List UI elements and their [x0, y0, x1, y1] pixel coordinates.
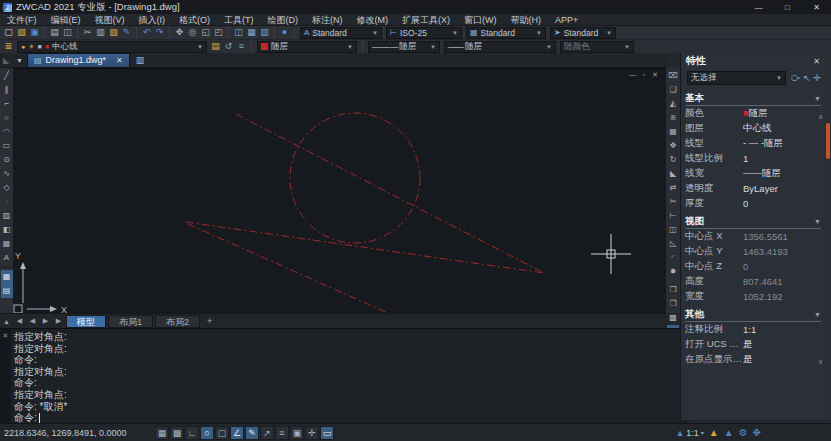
new-tab-icon[interactable]: ▥ [136, 55, 145, 65]
minimize-button[interactable]: — [744, 0, 773, 14]
chevron-down-icon[interactable]: ▼ [543, 44, 552, 50]
menu-item[interactable]: 窗口(W) [457, 14, 504, 26]
property-row[interactable]: 高度 807.4641 [685, 274, 821, 289]
array-icon[interactable]: ▦ [667, 125, 679, 139]
lineweight-toggle[interactable]: ↗ [260, 426, 274, 440]
erase-icon[interactable]: ⌧ [667, 69, 679, 83]
viewports-icon[interactable]: ◫ [232, 27, 245, 39]
dyn-input-toggle[interactable]: ✎ [245, 426, 259, 440]
scroll-down-icon[interactable]: ∨ [818, 358, 823, 366]
cut-icon[interactable]: ✂ [81, 27, 94, 39]
hatch-icon[interactable]: ▨ [1, 209, 13, 223]
selection-cycling-toggle[interactable]: ▣ [290, 426, 304, 440]
menu-item[interactable]: 插入(I) [132, 14, 173, 26]
property-row[interactable]: 中心点 Z 0 [685, 259, 821, 274]
close-button[interactable]: ✕ [802, 0, 831, 14]
property-row[interactable]: 在原点显示… 是 [685, 352, 821, 367]
menu-item[interactable]: 扩展工具(X) [395, 14, 457, 26]
polyline-icon[interactable]: ⌐ [1, 97, 13, 111]
property-value[interactable]: - — -随层 [743, 137, 783, 150]
fullscreen-icon[interactable]: ✥ [753, 427, 761, 438]
last-tab-icon[interactable]: ▶ [52, 317, 65, 325]
pickadd-toggle-icon[interactable]: ✛ [813, 73, 821, 83]
point-icon[interactable]: ∙ [1, 195, 13, 209]
table-style-dropdown[interactable]: ▦ Standard ▼ [466, 27, 546, 39]
property-value[interactable]: 中心线 [743, 122, 772, 135]
prev-tab-icon[interactable]: ◀ [26, 317, 39, 325]
sheet-set-icon[interactable]: ▥ [258, 27, 271, 39]
chevron-down-icon[interactable]: ▼ [344, 44, 353, 50]
add-layout-icon[interactable]: + [201, 316, 218, 326]
section-header[interactable]: 基本 ▼ [685, 91, 821, 106]
property-value[interactable]: 是 [743, 353, 753, 366]
break-icon[interactable]: ◫ [667, 223, 679, 237]
mirror-icon[interactable]: ◭ [667, 97, 679, 111]
clean-screen-toggle[interactable]: ▭ [320, 426, 334, 440]
property-row[interactable]: 中心点 Y 1463.4193 [685, 244, 821, 259]
scrollbar-thumb[interactable] [826, 123, 830, 159]
zoom-previous-icon[interactable]: ◰ [212, 27, 225, 39]
menu-item[interactable]: 修改(M) [350, 14, 396, 26]
layout-tab[interactable]: 模型 [66, 315, 106, 328]
layer-lock-icon[interactable]: ■ [38, 43, 42, 50]
chevron-down-icon[interactable]: ▼ [427, 44, 436, 50]
chevron-down-icon[interactable]: ▼ [533, 30, 542, 36]
grid-toggle[interactable]: ▦ [155, 426, 169, 440]
trim-icon[interactable]: ✂ [667, 195, 679, 209]
model-space-up-icon[interactable]: ▲ [0, 318, 13, 325]
collapse-icon[interactable]: ▼ [814, 218, 821, 225]
chevron-down-icon[interactable]: ▼ [194, 44, 203, 50]
tab-list-arrow-icon[interactable]: ▼ [12, 57, 27, 64]
arc-icon[interactable]: ◠ [1, 125, 13, 139]
layer-states-icon[interactable]: ≡ [235, 41, 248, 53]
ortho-toggle[interactable]: ∟ [185, 426, 199, 440]
paste-icon[interactable]: ▧ [107, 27, 120, 39]
property-value[interactable]: 1463.4193 [743, 246, 788, 257]
chevron-down-icon[interactable]: ▼ [369, 30, 378, 36]
table-icon[interactable]: ▦ [1, 237, 13, 251]
group-icon[interactable]: ❒ [667, 283, 679, 297]
layer-dropdown[interactable]: ●☀■■ 中心线 ▼ [17, 41, 207, 53]
section-header[interactable]: 其他 ▼ [685, 307, 821, 322]
layer-color-icon[interactable]: ■ [45, 43, 49, 50]
make-object-layer-current-icon[interactable]: ▤ [209, 41, 222, 53]
menu-item[interactable]: 标注(N) [305, 14, 350, 26]
chevron-down-icon[interactable]: ▾ [701, 429, 704, 436]
linetype-dropdown[interactable]: — — — 随层 ▼ [368, 41, 440, 53]
entity-line-3[interactable] [188, 224, 390, 314]
text-icon[interactable]: A [1, 251, 13, 265]
property-value[interactable]: 1 [743, 153, 748, 164]
plot-icon[interactable]: ▤ [48, 27, 61, 39]
chevron-down-icon[interactable]: ▼ [773, 75, 782, 81]
command-window[interactable]: ✕ 指定对角点:指定对角点:命令:指定对角点:命令:指定对角点:命令: *取消*… [0, 328, 690, 423]
section-header[interactable]: 视图 ▼ [685, 214, 821, 229]
property-row[interactable]: 线型 - — -随层 [685, 136, 821, 151]
layout-tab[interactable]: 布局1 [108, 315, 153, 328]
first-tab-icon[interactable]: ◀ [13, 317, 26, 325]
document-tab[interactable]: ▤ Drawing1.dwg* ✕ [27, 53, 130, 68]
copy-clip-icon[interactable]: ▥ [94, 27, 107, 39]
property-value[interactable]: 是 [743, 338, 753, 351]
osnap-toggle[interactable]: ○ [200, 426, 214, 440]
polygon-icon[interactable]: ◇ [1, 181, 13, 195]
property-value[interactable]: 0 [743, 261, 748, 272]
auto-annotate-icon[interactable]: ▲ [724, 427, 734, 438]
property-row[interactable]: 注释比例 1:1 [685, 322, 821, 337]
entity-line-2[interactable] [186, 222, 544, 273]
snap-panel-icon[interactable]: ▤ [1, 284, 13, 298]
mdi-close-icon[interactable]: ✕ [652, 71, 658, 79]
drawing-canvas[interactable]: Y X — ▫ ✕ [13, 68, 666, 313]
menu-item[interactable]: 视图(V) [88, 14, 132, 26]
rectangle-icon[interactable]: ▭ [1, 139, 13, 153]
edit-hatch-icon[interactable]: ▩ [667, 311, 679, 325]
move-icon[interactable]: ✥ [667, 139, 679, 153]
menu-item[interactable]: 工具(T) [217, 14, 261, 26]
offset-icon[interactable]: ≋ [667, 111, 679, 125]
menu-item[interactable]: 绘图(D) [261, 14, 306, 26]
property-value[interactable]: ——随层 [743, 167, 781, 180]
ellipse-icon[interactable]: ⊙ [1, 153, 13, 167]
scale-icon[interactable]: ◣ [667, 167, 679, 181]
fillet-icon[interactable]: ◜ [667, 251, 679, 265]
mdi-restore-icon[interactable]: ▫ [643, 71, 645, 79]
named-views-icon[interactable]: ▦ [245, 27, 258, 39]
